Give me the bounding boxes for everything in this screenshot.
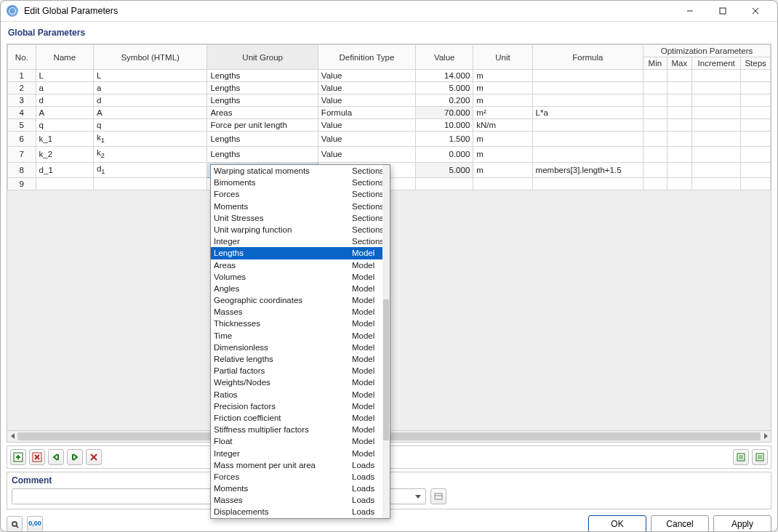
cell-formula[interactable] xyxy=(532,119,643,132)
cell-name[interactable]: k_2 xyxy=(36,147,93,162)
cell-value[interactable]: 70.000 xyxy=(416,107,473,119)
dropdown-item[interactable]: IntegerModel xyxy=(211,448,390,459)
dropdown-item[interactable]: BimomentsSections xyxy=(211,177,390,188)
col-symbol[interactable]: Symbol (HTML) xyxy=(93,45,207,70)
cell-min[interactable] xyxy=(643,162,667,177)
cell-min[interactable] xyxy=(643,82,667,94)
dropdown-item[interactable]: IntegerSections xyxy=(211,235,390,247)
cell-increment[interactable] xyxy=(692,94,741,107)
cell-value[interactable]: 0.200 xyxy=(416,94,473,107)
table-row[interactable]: 5qqForce per unit lengthValue10.000kN/m xyxy=(8,119,771,132)
cell-formula[interactable] xyxy=(532,94,643,107)
dropdown-item[interactable]: LengthsModel xyxy=(211,247,390,259)
cell-formula[interactable] xyxy=(532,177,643,190)
row-number[interactable]: 8 xyxy=(8,162,36,177)
col-increment[interactable]: Increment xyxy=(692,57,741,70)
cell-unit-group[interactable]: Force per unit length xyxy=(207,119,318,132)
cell-increment[interactable] xyxy=(692,162,741,177)
cell-increment[interactable] xyxy=(692,70,741,82)
cell-symbol[interactable]: d1 xyxy=(93,162,207,177)
cell-unit[interactable] xyxy=(473,177,532,190)
insert-row-button[interactable] xyxy=(10,449,26,465)
shift-right-button[interactable] xyxy=(67,449,83,465)
cell-symbol[interactable]: A xyxy=(93,107,207,119)
cell-def-type[interactable]: Formula xyxy=(318,107,415,119)
cell-name[interactable]: L xyxy=(36,70,93,82)
row-number[interactable]: 1 xyxy=(8,70,36,82)
col-formula[interactable]: Formula xyxy=(532,45,643,70)
col-max[interactable]: Max xyxy=(667,57,692,70)
cell-max[interactable] xyxy=(667,70,692,82)
dropdown-item[interactable]: Warping statical momentsSections xyxy=(211,165,390,177)
dropdown-item[interactable]: Stiffness multiplier factorsModel xyxy=(211,424,390,435)
cell-increment[interactable] xyxy=(692,107,741,119)
cell-unit[interactable]: m xyxy=(473,82,532,94)
dropdown-item[interactable]: ThicknessesModel xyxy=(211,318,390,329)
delete-all-button[interactable] xyxy=(86,449,102,465)
cell-formula[interactable] xyxy=(532,82,643,94)
cell-unit[interactable]: m xyxy=(473,94,532,107)
cell-steps[interactable] xyxy=(741,132,771,147)
cell-unit[interactable]: m² xyxy=(473,107,532,119)
dropdown-item[interactable]: FloatModel xyxy=(211,435,390,447)
table-row[interactable]: 2aaLengthsValue5.000m xyxy=(8,82,771,94)
col-unit[interactable]: Unit xyxy=(473,45,532,70)
table-row[interactable]: 7k_2k2LengthsValue0.000m xyxy=(8,147,771,162)
row-number[interactable]: 7 xyxy=(8,147,36,162)
row-number[interactable]: 3 xyxy=(8,94,36,107)
cell-formula[interactable] xyxy=(532,70,643,82)
cell-unit-group[interactable]: Lengths xyxy=(207,132,318,147)
cell-symbol[interactable]: q xyxy=(93,119,207,132)
cell-formula[interactable] xyxy=(532,132,643,147)
cell-symbol[interactable]: k2 xyxy=(93,147,207,162)
cell-value[interactable]: 5.000 xyxy=(416,82,473,94)
help-button[interactable] xyxy=(7,516,23,532)
cell-symbol[interactable] xyxy=(93,177,207,190)
cell-increment[interactable] xyxy=(692,177,741,190)
dropdown-item[interactable]: AnglesModel xyxy=(211,283,390,294)
dropdown-item[interactable]: ForcesSections xyxy=(211,188,390,200)
cell-steps[interactable] xyxy=(741,147,771,162)
cell-def-type[interactable]: Value xyxy=(318,132,415,147)
cell-increment[interactable] xyxy=(692,147,741,162)
cell-name[interactable] xyxy=(36,177,93,190)
cell-min[interactable] xyxy=(643,132,667,147)
cell-max[interactable] xyxy=(667,162,692,177)
cell-symbol[interactable]: L xyxy=(93,70,207,82)
cell-unit-group[interactable]: Lengths xyxy=(207,94,318,107)
cell-steps[interactable] xyxy=(741,82,771,94)
cell-steps[interactable] xyxy=(741,94,771,107)
cell-value[interactable]: 10.000 xyxy=(416,119,473,132)
comment-pick-button[interactable] xyxy=(430,488,446,504)
cell-min[interactable] xyxy=(643,119,667,132)
cell-steps[interactable] xyxy=(741,119,771,132)
export-button-2[interactable] xyxy=(752,449,768,465)
dropdown-item[interactable]: RatiosModel xyxy=(211,389,390,400)
dropdown-item[interactable]: VolumesModel xyxy=(211,271,390,283)
cell-value[interactable]: 14.000 xyxy=(416,70,473,82)
ok-button[interactable]: OK xyxy=(588,515,646,532)
cell-name[interactable]: a xyxy=(36,82,93,94)
table-row[interactable]: 1LLLengthsValue14.000m xyxy=(8,70,771,82)
col-min[interactable]: Min xyxy=(643,57,667,70)
cell-steps[interactable] xyxy=(741,162,771,177)
cell-formula[interactable]: L*a xyxy=(532,107,643,119)
cell-steps[interactable] xyxy=(741,107,771,119)
units-button[interactable]: 0,00 xyxy=(27,516,43,532)
cell-def-type[interactable]: Value xyxy=(318,82,415,94)
dropdown-item[interactable]: TimeModel xyxy=(211,330,390,342)
cell-name[interactable]: q xyxy=(36,119,93,132)
cell-symbol[interactable]: a xyxy=(93,82,207,94)
cell-unit-group[interactable]: Lengths xyxy=(207,82,318,94)
cell-min[interactable] xyxy=(643,107,667,119)
cell-min[interactable] xyxy=(643,177,667,190)
dropdown-item[interactable]: AreasModel xyxy=(211,259,390,271)
close-button[interactable] xyxy=(739,1,771,21)
shift-left-button[interactable] xyxy=(48,449,64,465)
cell-def-type[interactable]: Value xyxy=(318,147,415,162)
cell-min[interactable] xyxy=(643,147,667,162)
cell-increment[interactable] xyxy=(692,82,741,94)
dropdown-item[interactable]: Relative lengthsModel xyxy=(211,353,390,365)
row-number[interactable]: 6 xyxy=(8,132,36,147)
cancel-button[interactable]: Cancel xyxy=(651,515,709,532)
